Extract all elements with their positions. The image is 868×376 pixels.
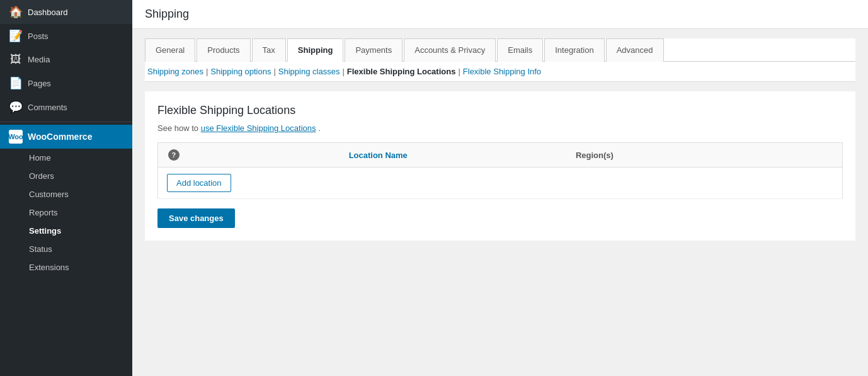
media-icon: 🖼 <box>9 53 23 66</box>
sidebar: 🏠 Dashboard 📝 Posts 🖼 Media 📄 Pages 💬 Co… <box>0 0 132 376</box>
sidebar-label-comments: Comments <box>28 103 67 112</box>
col-help: ? <box>158 143 190 168</box>
sidebar-label-posts: Posts <box>28 31 49 41</box>
sidebar-item-home[interactable]: Home <box>0 149 132 167</box>
tab-emails[interactable]: Emails <box>497 38 543 62</box>
sidebar-item-reports[interactable]: Reports <box>0 203 132 222</box>
sep-4: | <box>458 67 460 76</box>
sidebar-item-dashboard[interactable]: 🏠 Dashboard <box>0 0 132 24</box>
content-area: General Products Tax Shipping Payments A… <box>132 29 868 376</box>
flexible-shipping-locations-content: Flexible Shipping Locations See how to u… <box>145 91 855 241</box>
sidebar-item-customers[interactable]: Customers <box>0 185 132 203</box>
sidebar-divider <box>0 122 132 122</box>
settings-tabs: General Products Tax Shipping Payments A… <box>145 38 855 62</box>
main-content: Shipping General Products Tax Shipping P… <box>132 0 868 376</box>
sub-tab-shipping-zones[interactable]: Shipping zones <box>147 67 203 76</box>
col-location-name: Location Name <box>190 143 567 168</box>
sep-1: | <box>206 67 208 76</box>
sidebar-label-pages: Pages <box>28 79 51 88</box>
woocommerce-header[interactable]: Woo WooCommerce <box>0 125 132 149</box>
pages-icon: 📄 <box>9 76 23 90</box>
page-header: Shipping <box>132 0 868 29</box>
woocommerce-label: WooCommerce <box>28 132 92 142</box>
sidebar-item-status[interactable]: Status <box>0 240 132 258</box>
add-location-button[interactable]: Add location <box>167 174 231 192</box>
sub-tab-flexible-info[interactable]: Flexible Shipping Info <box>463 67 541 76</box>
locations-table: ? Location Name Region(s) Add location <box>157 142 843 199</box>
table-header-row: ? Location Name Region(s) <box>158 143 843 168</box>
dashboard-icon: 🏠 <box>9 5 23 19</box>
sub-tab-shipping-classes[interactable]: Shipping classes <box>278 67 340 76</box>
description-suffix: . <box>318 123 321 133</box>
help-icon[interactable]: ? <box>168 149 180 161</box>
sidebar-label-media: Media <box>28 55 50 64</box>
sidebar-item-extensions[interactable]: Extensions <box>0 258 132 276</box>
sidebar-item-pages[interactable]: 📄 Pages <box>0 71 132 95</box>
tab-tax[interactable]: Tax <box>252 38 286 62</box>
woocommerce-icon: Woo <box>9 130 23 144</box>
tab-integration[interactable]: Integration <box>544 38 604 62</box>
description: See how to use Flexible Shipping Locatio… <box>157 123 843 133</box>
page-title: Shipping <box>145 8 855 21</box>
sidebar-item-settings[interactable]: Settings <box>0 222 132 240</box>
tab-advanced[interactable]: Advanced <box>606 38 664 62</box>
sub-tabs: Shipping zones | Shipping options | Ship… <box>145 62 855 82</box>
description-link[interactable]: use Flexible Shipping Locations <box>201 123 316 133</box>
sidebar-item-orders[interactable]: Orders <box>0 167 132 185</box>
sub-tab-flexible-locations[interactable]: Flexible Shipping Locations <box>347 67 456 76</box>
tab-shipping[interactable]: Shipping <box>287 38 344 62</box>
sep-3: | <box>342 67 344 76</box>
tab-general[interactable]: General <box>145 38 195 62</box>
col-regions: Region(s) <box>567 143 843 168</box>
save-changes-button[interactable]: Save changes <box>157 208 235 228</box>
description-prefix: See how to <box>157 123 201 133</box>
add-location-cell: Add location <box>158 168 843 199</box>
sidebar-item-comments[interactable]: 💬 Comments <box>0 95 132 119</box>
sidebar-item-posts[interactable]: 📝 Posts <box>0 24 132 48</box>
sep-2: | <box>273 67 275 76</box>
section-title: Flexible Shipping Locations <box>157 104 843 117</box>
sub-tab-shipping-options[interactable]: Shipping options <box>210 67 271 76</box>
tab-products[interactable]: Products <box>197 38 250 62</box>
sidebar-label-dashboard: Dashboard <box>28 8 68 17</box>
table-row-add: Add location <box>158 168 843 199</box>
sidebar-item-media[interactable]: 🖼 Media <box>0 48 132 71</box>
tab-payments[interactable]: Payments <box>345 38 403 62</box>
tab-accounts-privacy[interactable]: Accounts & Privacy <box>404 38 496 62</box>
posts-icon: 📝 <box>9 29 23 43</box>
comments-icon: 💬 <box>9 100 23 114</box>
